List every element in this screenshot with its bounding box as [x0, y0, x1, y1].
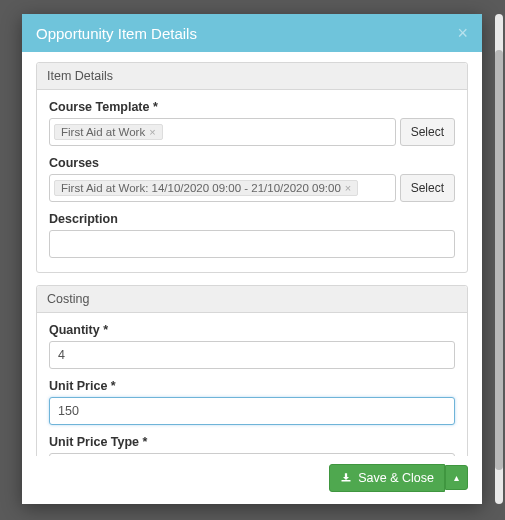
form-group-description: Description: [49, 212, 455, 258]
modal-header: Opportunity Item Details ×: [22, 14, 482, 52]
modal-footer: Save & Close ▴: [22, 456, 482, 505]
panel-heading-costing: Costing: [37, 286, 467, 313]
save-icon: [340, 471, 352, 486]
modal-title: Opportunity Item Details: [36, 25, 197, 42]
label-unit-price-type: Unit Price Type *: [49, 435, 455, 449]
unit-price-type-select[interactable]: Delegate: [49, 453, 455, 456]
label-description: Description: [49, 212, 455, 226]
panel-heading-item-details: Item Details: [37, 63, 467, 90]
remove-tag-icon[interactable]: ×: [345, 182, 351, 194]
scrollbar-track: [495, 14, 503, 504]
modal-body: Item Details Course Template * First Aid…: [22, 52, 482, 456]
panel-body-costing: Quantity * Unit Price * Unit Price Type …: [37, 313, 467, 456]
caret-up-icon: ▴: [454, 472, 459, 483]
course-template-tag: First Aid at Work ×: [54, 124, 163, 140]
save-close-dropdown-button[interactable]: ▴: [445, 465, 468, 490]
courses-tag: First Aid at Work: 14/10/2020 09:00 - 21…: [54, 180, 358, 196]
label-unit-price: Unit Price *: [49, 379, 455, 393]
form-group-quantity: Quantity *: [49, 323, 455, 369]
quantity-input[interactable]: [49, 341, 455, 369]
label-courses: Courses: [49, 156, 455, 170]
description-input[interactable]: [49, 230, 455, 258]
close-icon[interactable]: ×: [457, 24, 468, 42]
label-course-template: Course Template *: [49, 100, 455, 114]
remove-tag-icon[interactable]: ×: [149, 126, 155, 138]
unit-price-input[interactable]: [49, 397, 455, 425]
label-quantity: Quantity *: [49, 323, 455, 337]
save-close-button[interactable]: Save & Close: [329, 464, 445, 493]
form-group-unit-price: Unit Price *: [49, 379, 455, 425]
course-template-select-button[interactable]: Select: [400, 118, 455, 146]
form-group-courses: Courses First Aid at Work: 14/10/2020 09…: [49, 156, 455, 202]
course-template-input[interactable]: First Aid at Work ×: [49, 118, 396, 146]
form-group-unit-price-type: Unit Price Type * Delegate ▼: [49, 435, 455, 456]
modal-dialog: Opportunity Item Details × Item Details …: [22, 14, 482, 504]
panel-item-details: Item Details Course Template * First Aid…: [36, 62, 468, 273]
save-close-label: Save & Close: [358, 471, 434, 485]
svg-rect-0: [342, 480, 351, 482]
scrollbar-thumb[interactable]: [495, 50, 503, 470]
form-group-course-template: Course Template * First Aid at Work × Se…: [49, 100, 455, 146]
courses-input[interactable]: First Aid at Work: 14/10/2020 09:00 - 21…: [49, 174, 396, 202]
course-template-tag-text: First Aid at Work: [61, 126, 145, 138]
panel-body-item-details: Course Template * First Aid at Work × Se…: [37, 90, 467, 272]
courses-tag-text: First Aid at Work: 14/10/2020 09:00 - 21…: [61, 182, 341, 194]
courses-select-button[interactable]: Select: [400, 174, 455, 202]
panel-costing: Costing Quantity * Unit Price * Unit Pri…: [36, 285, 468, 456]
